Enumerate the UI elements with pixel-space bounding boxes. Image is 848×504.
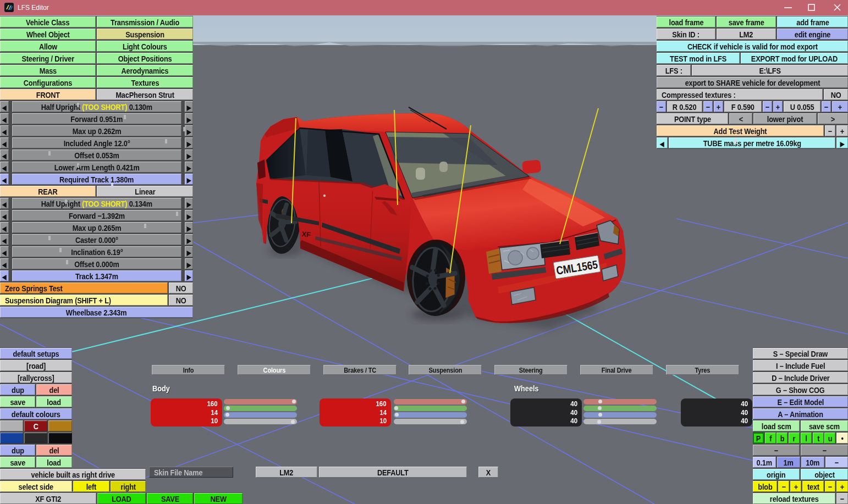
svg-text:XF: XF (301, 230, 311, 239)
